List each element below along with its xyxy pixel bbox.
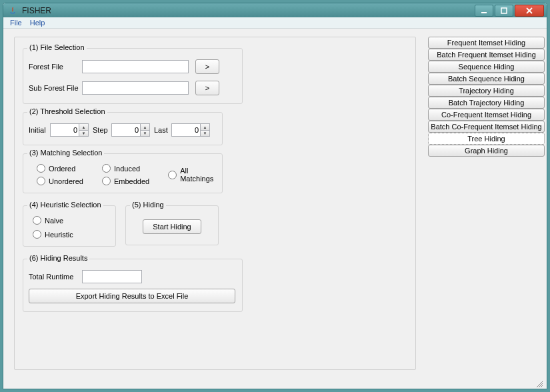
chevron-up-icon[interactable]: ▲	[200, 124, 209, 130]
radio-induced-label: Induced	[114, 165, 140, 173]
app-window: FISHER File Help (1) File Selection	[3, 3, 547, 389]
side-btn-co-frequent-itemset-hiding[interactable]: Co-Frequent Itemset Hiding	[428, 109, 545, 121]
side-btn-tree-hiding[interactable]: Tree Hiding	[428, 133, 545, 145]
radio-embedded[interactable]: Embedded	[102, 177, 149, 185]
sub-forest-file-input[interactable]	[82, 81, 189, 95]
step-value[interactable]	[112, 124, 140, 136]
radio-ordered-label: Ordered	[49, 165, 75, 173]
group-heuristic-selection: (4) Heuristic Selection Naive Heuristic	[23, 205, 116, 247]
radio-heuristic[interactable]: Heuristic	[33, 230, 106, 239]
sub-forest-file-label: Sub Forest File	[29, 84, 82, 92]
initial-spinner[interactable]: ▲▼	[50, 123, 89, 137]
chevron-down-icon[interactable]: ▼	[200, 130, 209, 136]
menubar: File Help	[3, 17, 547, 29]
radio-unordered-label: Unordered	[49, 177, 83, 185]
group-matching-selection: (3) Matching Selection Ordered Unordered…	[23, 153, 223, 193]
window-title: FISHER	[22, 6, 475, 15]
resize-grip-icon[interactable]	[535, 379, 543, 387]
forest-file-label: Forest File	[29, 63, 82, 71]
chevron-up-icon[interactable]: ▲	[140, 124, 149, 130]
titlebar[interactable]: FISHER	[3, 3, 547, 17]
window-controls	[475, 5, 544, 17]
chevron-down-icon[interactable]: ▼	[140, 130, 149, 136]
total-runtime-input[interactable]	[82, 270, 142, 283]
forest-file-browse-button[interactable]: >	[195, 59, 219, 74]
initial-label: Initial	[29, 126, 50, 134]
sub-forest-file-browse-button[interactable]: >	[195, 81, 219, 95]
content-area: (1) File Selection Forest File > Sub For…	[3, 29, 547, 378]
java-icon	[7, 5, 18, 16]
side-btn-batch-trajectory-hiding[interactable]: Batch Trajectory Hiding	[428, 97, 545, 109]
menu-file[interactable]: File	[6, 17, 26, 28]
export-results-button[interactable]: Export Hiding Results to Excel File	[29, 289, 235, 303]
group-title-file-selection: (1) File Selection	[27, 43, 87, 51]
step-spinner[interactable]: ▲▼	[111, 123, 150, 137]
group-title-matching-selection: (3) Matching Selection	[27, 149, 104, 157]
radio-all-matchings[interactable]: All Matchings	[168, 167, 213, 183]
start-hiding-button[interactable]: Start Hiding	[143, 219, 201, 234]
side-btn-batch-co-frequent-itemset-hiding[interactable]: Batch Co-Frequent Itemset Hiding	[428, 121, 545, 133]
radio-naive[interactable]: Naive	[33, 216, 106, 225]
group-file-selection: (1) File Selection Forest File > Sub For…	[23, 48, 243, 104]
last-value[interactable]	[172, 124, 200, 136]
group-hiding-results: (6) Hiding Results Total Runtime Export …	[23, 259, 243, 312]
total-runtime-label: Total Runtime	[29, 273, 82, 281]
group-hiding: (5) Hiding Start Hiding	[125, 205, 219, 245]
svg-rect-1	[501, 8, 507, 13]
group-title-threshold-selection: (2) Threshold Selection	[27, 107, 107, 115]
main-panel: (1) File Selection Forest File > Sub For…	[3, 29, 427, 378]
form-panel: (1) File Selection Forest File > Sub For…	[14, 37, 416, 370]
side-panel: Frequent Itemset Hiding Batch Frequent I…	[427, 29, 547, 378]
side-btn-frequent-itemset-hiding[interactable]: Frequent Itemset Hiding	[428, 37, 545, 49]
radio-naive-label: Naive	[45, 217, 63, 225]
statusbar	[3, 378, 547, 389]
initial-value[interactable]	[51, 124, 79, 136]
chevron-down-icon[interactable]: ▼	[79, 130, 88, 136]
minimize-button[interactable]	[475, 5, 493, 17]
last-spinner[interactable]: ▲▼	[171, 123, 210, 137]
side-btn-trajectory-hiding[interactable]: Trajectory Hiding	[428, 85, 545, 97]
group-title-heuristic-selection: (4) Heuristic Selection	[27, 201, 103, 209]
side-btn-graph-hiding[interactable]: Graph Hiding	[428, 145, 545, 157]
radio-heuristic-label: Heuristic	[45, 231, 73, 239]
close-button[interactable]	[515, 5, 544, 17]
side-btn-sequence-hiding[interactable]: Sequence Hiding	[428, 61, 545, 73]
maximize-button[interactable]	[495, 5, 513, 17]
last-label: Last	[154, 126, 171, 134]
group-title-hiding-results: (6) Hiding Results	[27, 254, 89, 262]
forest-file-input[interactable]	[82, 60, 189, 73]
radio-induced[interactable]: Induced	[102, 164, 149, 173]
step-label: Step	[93, 126, 111, 134]
chevron-up-icon[interactable]: ▲	[79, 124, 88, 130]
group-threshold-selection: (2) Threshold Selection Initial ▲▼ Step	[23, 112, 223, 145]
radio-unordered[interactable]: Unordered	[37, 177, 83, 185]
group-title-hiding: (5) Hiding	[130, 201, 166, 209]
radio-all-matchings-label: All Matchings	[180, 167, 213, 183]
radio-embedded-label: Embedded	[114, 177, 149, 185]
side-btn-batch-sequence-hiding[interactable]: Batch Sequence Hiding	[428, 73, 545, 85]
radio-ordered[interactable]: Ordered	[37, 164, 83, 173]
side-btn-batch-frequent-itemset-hiding[interactable]: Batch Frequent Itemset Hiding	[428, 49, 545, 61]
menu-help[interactable]: Help	[26, 17, 49, 28]
